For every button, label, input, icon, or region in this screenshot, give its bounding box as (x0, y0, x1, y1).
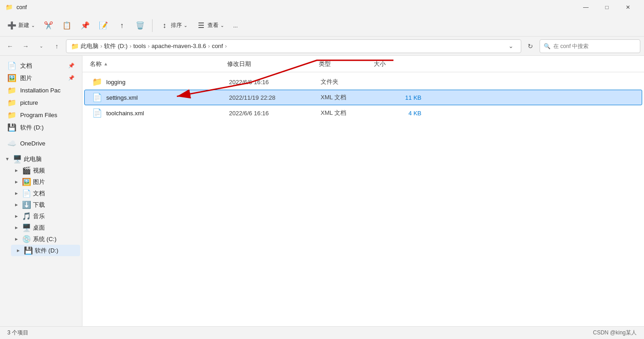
sort-button[interactable]: ↕ 排序 ⌄ (156, 19, 191, 32)
desktop-expand: ► (13, 225, 20, 230)
sidebar-label-programfiles: Program Files (20, 112, 57, 118)
download-expand: ► (13, 202, 20, 207)
sidebar-label-picture2: picture (20, 99, 38, 106)
share-icon: ↑ (117, 21, 126, 30)
view-button[interactable]: ☰ 查看 ⌄ (193, 19, 228, 32)
delete-button[interactable]: 🗑️ (132, 19, 148, 32)
rename-icon: 📝 (99, 21, 108, 30)
sort-chevron: ⌄ (184, 23, 187, 28)
breadcrumb-maven[interactable]: apache-maven-3.8.6 (152, 43, 206, 49)
new-icon: ➕ (7, 21, 16, 30)
logging-type: 文件夹 (321, 78, 376, 86)
view-icon: ☰ (196, 21, 206, 30)
sidebar-label-drived-quick: 软件 (D:) (20, 124, 44, 132)
col-header-type[interactable]: 类型 (319, 60, 374, 68)
pictures-pin: 📌 (68, 75, 75, 81)
docs-icon: 📄 (7, 61, 16, 70)
sidebar: 📄 文档 📌 🖼️ 图片 📌 📁 Installation Pac 📁 pict… (0, 56, 82, 326)
up-button[interactable]: ↑ (50, 40, 63, 53)
thispc-children: ► 🎬 视频 ► 🖼️ 图片 ► 📄 文档 ► ⬇️ 下载 ► 🎵 (0, 165, 82, 256)
window-icon: 📁 (5, 4, 13, 11)
sidebar-item-desktop[interactable]: ► 🖥️ 桌面 (9, 222, 82, 233)
col-header-size[interactable]: 大小 (374, 60, 420, 68)
refresh-button[interactable]: ↻ (524, 40, 537, 53)
paste-button[interactable]: 📌 (77, 19, 93, 32)
sort-label: 排序 (171, 22, 182, 29)
logging-icon: 📁 (92, 77, 103, 87)
status-count: 3 个项目 (7, 329, 28, 337)
programfiles-icon: 📁 (7, 111, 16, 119)
share-button[interactable]: ↑ (114, 19, 130, 32)
search-input[interactable] (553, 43, 636, 49)
sidebar-item-download[interactable]: ► ⬇️ 下载 (9, 199, 82, 210)
address-bar-row: ← → ⌄ ↑ 📁 此电脑 › 软件 (D:) › tools › apache… (0, 37, 644, 56)
back-button[interactable]: ← (4, 40, 16, 53)
doc-expand: ► (13, 191, 20, 196)
picture2-icon: 📁 (7, 98, 16, 107)
installation-icon: 📁 (7, 86, 16, 95)
file-row-toolchains[interactable]: 📄 toolchains.xml 2022/6/6 16:16 XML 文档 4… (84, 105, 642, 121)
new-button[interactable]: ➕ 新建 ⌄ (4, 19, 38, 32)
sidebar-item-music[interactable]: ► 🎵 音乐 (9, 210, 82, 222)
view-chevron: ⌄ (220, 23, 224, 28)
toolchains-type: XML 文档 (321, 109, 376, 117)
sidebar-item-drived-quick[interactable]: 💾 软件 (D:) (2, 121, 80, 134)
col-header-name[interactable]: 名称 ▲ (90, 60, 227, 68)
sidebar-item-thispc[interactable]: ▼ 🖥️ 此电脑 (0, 153, 82, 165)
sidebar-item-docs[interactable]: 📄 文档 📌 (2, 59, 80, 72)
expand-nav-button[interactable]: ⌄ (35, 40, 48, 53)
settings-size: 11 KB (376, 94, 421, 101)
sidebar-label-download: 下载 (33, 201, 45, 209)
sidebar-item-softd[interactable]: ► 💾 软件 (D:) (11, 245, 80, 256)
col-header-date[interactable]: 修改日期 (227, 60, 319, 68)
file-row-settings[interactable]: 📄 settings.xml 2022/11/19 22:28 XML 文档 1… (84, 90, 642, 105)
settings-name: settings.xml (106, 94, 229, 101)
address-bar[interactable]: 📁 此电脑 › 软件 (D:) › tools › apache-maven-3… (66, 39, 521, 53)
breadcrumb-tools[interactable]: tools (133, 43, 146, 49)
sidebar-label-softd: 软件 (D:) (35, 247, 58, 255)
col-name-label: 名称 (90, 60, 102, 68)
breadcrumb-drived[interactable]: 软件 (D:) (104, 42, 127, 50)
more-button[interactable]: ... (229, 21, 241, 31)
sidebar-item-onedrive[interactable]: ☁️ OneDrive (2, 137, 80, 150)
close-button[interactable]: ✕ (617, 0, 639, 15)
title-bar-left: 📁 conf (5, 4, 27, 11)
breadcrumb-thispc[interactable]: 此电脑 (81, 42, 98, 50)
forward-button[interactable]: → (19, 40, 32, 53)
sidebar-item-pic[interactable]: ► 🖼️ 图片 (9, 176, 82, 188)
cut-icon: ✂️ (44, 21, 53, 30)
file-row-logging[interactable]: 📁 logging 2022/6/6 16:16 文件夹 (84, 74, 642, 90)
maximize-button[interactable]: □ (596, 0, 617, 15)
toolchains-icon: 📄 (92, 108, 103, 118)
breadcrumb-conf[interactable]: conf (212, 43, 223, 49)
cut-button[interactable]: ✂️ (40, 19, 57, 32)
more-label: ... (233, 22, 238, 29)
sidebar-label-onedrive: OneDrive (20, 140, 45, 147)
rename-button[interactable]: 📝 (95, 19, 112, 32)
address-dropdown[interactable]: ⌄ (505, 41, 516, 52)
pictures-icon: 🖼️ (7, 74, 16, 82)
softd-icon: 💾 (24, 246, 33, 255)
new-chevron: ⌄ (31, 23, 35, 28)
copy-icon: 📋 (62, 21, 71, 30)
search-box[interactable]: 🔍 (540, 39, 640, 53)
status-right: CSDN @king某人 (593, 329, 637, 337)
copy-button[interactable]: 📋 (59, 19, 75, 32)
sidebar-item-picture2[interactable]: 📁 picture (2, 97, 80, 109)
delete-icon: 🗑️ (136, 21, 145, 30)
sidebar-item-video[interactable]: ► 🎬 视频 (9, 165, 82, 176)
drived-quick-icon: 💾 (7, 123, 16, 132)
folder-icon: 📁 (71, 43, 79, 50)
sidebar-item-doc[interactable]: ► 📄 文档 (9, 188, 82, 199)
sidebar-item-pictures[interactable]: 🖼️ 图片 📌 (2, 72, 80, 84)
minimize-button[interactable]: — (575, 0, 596, 15)
sidebar-label-desktop: 桌面 (33, 224, 45, 232)
toolbar-separator (152, 19, 153, 32)
sidebar-item-programfiles[interactable]: 📁 Program Files (2, 109, 80, 121)
sidebar-item-installation[interactable]: 📁 Installation Pac (2, 84, 80, 97)
sidebar-item-sysc[interactable]: ► 💿 系统 (C:) (9, 233, 82, 245)
column-header: 名称 ▲ 修改日期 类型 大小 (82, 56, 644, 72)
logging-name: logging (106, 79, 229, 86)
pic-expand: ► (13, 179, 20, 184)
sidebar-label-music: 音乐 (33, 212, 45, 221)
